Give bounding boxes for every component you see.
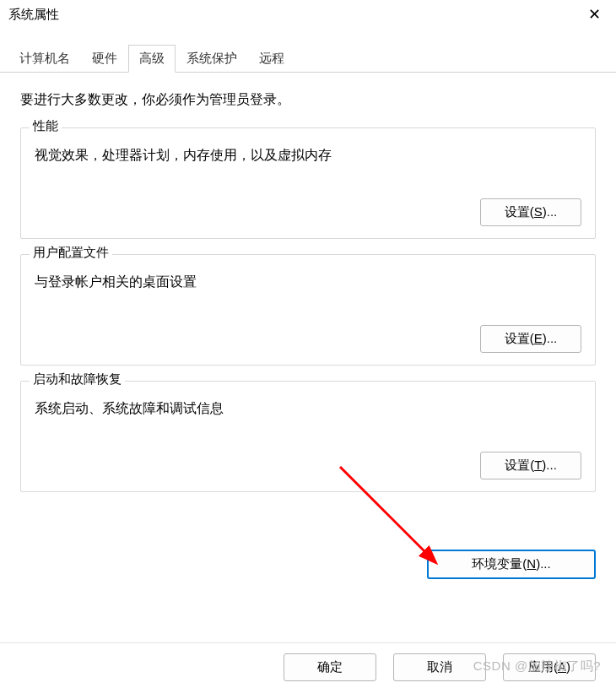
admin-note: 要进行大多数更改，你必须作为管理员登录。 — [20, 91, 596, 109]
tab-advanced[interactable]: 高级 — [128, 45, 176, 73]
dialog-footer: 确定 取消 应用(A) — [0, 642, 616, 688]
cancel-button[interactable]: 取消 — [393, 653, 486, 681]
environment-variables-button[interactable]: 环境变量(N)... — [427, 550, 596, 579]
ok-button[interactable]: 确定 — [284, 653, 376, 681]
user-profile-settings-button[interactable]: 设置(E)... — [480, 325, 581, 353]
performance-settings-button[interactable]: 设置(S)... — [480, 198, 581, 226]
group-user-profile-label: 用户配置文件 — [30, 245, 112, 261]
close-icon[interactable]: ✕ — [583, 3, 606, 25]
group-startup-recovery-desc: 系统启动、系统故障和调试信息 — [35, 400, 581, 418]
group-user-profile-desc: 与登录帐户相关的桌面设置 — [35, 274, 581, 291]
tab-hardware[interactable]: 硬件 — [81, 45, 128, 73]
group-startup-recovery: 启动和故障恢复 系统启动、系统故障和调试信息 设置(T)... — [20, 381, 596, 492]
startup-recovery-settings-button[interactable]: 设置(T)... — [480, 452, 581, 479]
titlebar: 系统属性 ✕ — [0, 0, 616, 29]
tab-panel-advanced: 要进行大多数更改，你必须作为管理员登录。 性能 视觉效果，处理器计划，内存使用，… — [0, 73, 616, 521]
window-title: 系统属性 — [8, 7, 59, 23]
apply-button[interactable]: 应用(A) — [503, 653, 596, 681]
tab-remote[interactable]: 远程 — [248, 45, 295, 73]
group-performance-label: 性能 — [30, 118, 62, 134]
tab-strip: 计算机名 硬件 高级 系统保护 远程 — [0, 44, 616, 73]
tab-system-protection[interactable]: 系统保护 — [176, 45, 248, 73]
group-performance: 性能 视觉效果，处理器计划，内存使用，以及虚拟内存 设置(S)... — [20, 127, 596, 239]
group-startup-recovery-label: 启动和故障恢复 — [30, 371, 125, 387]
group-performance-desc: 视觉效果，处理器计划，内存使用，以及虚拟内存 — [35, 147, 581, 165]
group-user-profile: 用户配置文件 与登录帐户相关的桌面设置 设置(E)... — [20, 254, 596, 366]
tab-computer-name[interactable]: 计算机名 — [8, 45, 81, 73]
